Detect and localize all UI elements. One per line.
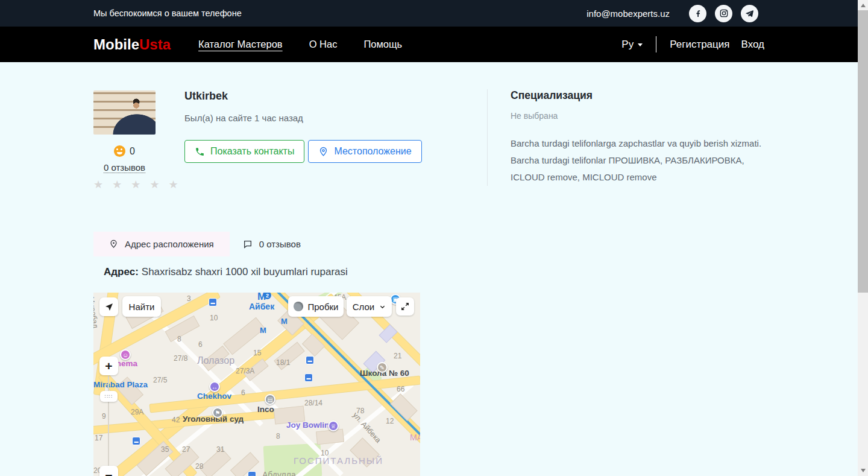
house-number: 31 bbox=[216, 445, 224, 454]
phone-icon bbox=[195, 147, 205, 157]
instagram-icon[interactable] bbox=[715, 5, 732, 22]
traffic-toggle-button[interactable]: Пробки bbox=[288, 296, 344, 317]
road-sign-icon: ▬ bbox=[132, 437, 140, 445]
specialization-panel: Специализация Не выбрана Barcha turdagi … bbox=[487, 89, 825, 186]
address-value: Shaxrisabz shaxri 1000 xil buyumlari rup… bbox=[142, 266, 348, 278]
language-selector[interactable]: Ру bbox=[621, 39, 643, 51]
road-sign-icon: ▬ bbox=[248, 471, 256, 476]
address-line: Адрес:Shaxrisabz shaxri 1000 xil buyumla… bbox=[104, 266, 348, 278]
house-number: 17 bbox=[95, 434, 102, 442]
chevron-down-icon bbox=[638, 43, 643, 46]
chevron-down-icon bbox=[379, 303, 386, 310]
specialization-title: Специализация bbox=[511, 89, 825, 102]
house-number: 42 bbox=[172, 416, 180, 424]
cinema-icon[interactable]: ☺ bbox=[120, 349, 131, 360]
zoom-out-button[interactable]: − bbox=[99, 466, 118, 476]
show-contacts-button[interactable]: Показать контакты bbox=[184, 140, 304, 163]
profile-name: Utkirbek bbox=[184, 90, 303, 103]
map-area-label: Абдулла bbox=[262, 470, 296, 476]
fullscreen-button[interactable] bbox=[396, 297, 414, 316]
house-number: 18/1 bbox=[276, 358, 290, 367]
house-number: 6 bbox=[198, 340, 203, 349]
house-number: 3 bbox=[187, 294, 191, 303]
menu-item-help[interactable]: Помощь bbox=[363, 39, 402, 50]
contact-email[interactable]: info@mobexperts.uz bbox=[587, 8, 670, 19]
zoom-slider-track[interactable] bbox=[108, 376, 109, 468]
school-icon[interactable]: ✎ bbox=[377, 362, 388, 373]
top-info-bar: Мы беспокоимся о вашем телефоне info@mob… bbox=[0, 0, 868, 27]
nav-divider bbox=[656, 36, 656, 52]
fitness-icon[interactable]: ↔ bbox=[209, 381, 220, 392]
house-number: 10 bbox=[210, 314, 218, 322]
tab-reviews[interactable]: 0 отзывов bbox=[237, 232, 307, 256]
road-sign-icon: ▬ bbox=[306, 356, 314, 364]
facebook-icon[interactable] bbox=[689, 5, 706, 22]
scroll-down-arrow[interactable] bbox=[861, 469, 866, 472]
rating-block: 0 0 отзывов ★ ★ ★ ★ ★ bbox=[93, 145, 156, 191]
main-navbar: MobileUsta Каталог Мастеров О Нас Помощь… bbox=[0, 27, 868, 62]
location-button[interactable]: Местоположение bbox=[308, 140, 421, 163]
layers-dropdown-button[interactable]: Слои bbox=[347, 296, 392, 317]
star-rating: ★ ★ ★ ★ ★ bbox=[93, 178, 156, 191]
metro-station-aybek[interactable]: М 2 Айбек bbox=[249, 293, 274, 311]
menu-item-catalog[interactable]: Каталог Мастеров bbox=[198, 39, 283, 50]
scrollbar-thumb[interactable] bbox=[858, 10, 868, 293]
site-tagline: Мы беспокоимся о вашем телефоне bbox=[93, 8, 242, 18]
login-link[interactable]: Вход bbox=[741, 39, 764, 51]
map-street-label: Миробад bbox=[93, 296, 99, 329]
poi-label-inco[interactable]: Inco bbox=[257, 405, 274, 414]
house-number: 9 bbox=[102, 412, 106, 420]
telegram-icon[interactable] bbox=[741, 5, 758, 22]
page-scrollbar[interactable] bbox=[858, 0, 868, 476]
house-number: 6 bbox=[241, 389, 245, 397]
site-logo[interactable]: MobileUsta bbox=[93, 36, 171, 53]
expand-icon bbox=[401, 302, 409, 311]
map-area-label: МА bbox=[410, 433, 420, 442]
geolocation-button[interactable] bbox=[99, 297, 118, 316]
house-number: 29А bbox=[131, 408, 143, 416]
business-icon[interactable]: ▤ bbox=[265, 394, 275, 405]
metro-icon: М bbox=[260, 326, 266, 335]
menu-item-about[interactable]: О Нас bbox=[309, 39, 338, 50]
house-number: 35 bbox=[161, 445, 169, 454]
house-number: 28/14 bbox=[304, 399, 322, 407]
house-number: 28 bbox=[195, 462, 203, 471]
tab-address[interactable]: Адрес расположения bbox=[93, 232, 230, 256]
register-link[interactable]: Регистрация bbox=[670, 39, 729, 51]
house-number: 21 bbox=[394, 352, 401, 360]
house-number: 27 bbox=[182, 445, 190, 454]
rating-value: 0 bbox=[130, 146, 135, 157]
map-search-button[interactable]: Найти bbox=[122, 296, 161, 317]
map[interactable]: 345А10861527/827/527/3А18/1628/142166782… bbox=[93, 293, 420, 476]
profile-tabs: Адрес расположения 0 отзывов bbox=[93, 232, 307, 256]
zoom-in-button[interactable]: + bbox=[99, 357, 118, 375]
road-sign-icon: ▬ bbox=[304, 373, 313, 382]
specialization-description: Barcha turdagi telifonlarga zapchastlar … bbox=[511, 135, 825, 186]
zoom-slider-handle[interactable]: ∷∷ bbox=[100, 391, 118, 402]
metro-station-name: Айбек bbox=[249, 302, 274, 311]
house-number: 66 bbox=[397, 385, 404, 393]
bowling-icon[interactable]: ♕ bbox=[328, 420, 339, 431]
court-icon[interactable]: ⚑ bbox=[212, 407, 223, 418]
poi-label-bowling[interactable]: Joy Bowling bbox=[286, 420, 335, 430]
house-number: 27/3А bbox=[236, 367, 254, 375]
main-menu: Каталог Мастеров О Нас Помощь bbox=[198, 39, 402, 50]
last-seen-text: Был(а) на сайте 1 час назад bbox=[184, 113, 303, 123]
profile-header: Utkirbek Был(а) на сайте 1 час назад bbox=[184, 90, 303, 123]
house-number: 27/8 bbox=[174, 354, 187, 363]
house-number: 27/5 bbox=[153, 376, 167, 384]
house-number: 8 bbox=[177, 335, 181, 343]
location-pin-icon bbox=[318, 147, 329, 157]
address-label: Адрес: bbox=[104, 266, 139, 278]
house-number: 8 bbox=[276, 432, 280, 440]
reviews-count-link[interactable]: 0 отзывов bbox=[104, 162, 145, 173]
chat-icon bbox=[243, 240, 253, 249]
avatar bbox=[93, 90, 156, 135]
house-number: 15 bbox=[253, 349, 261, 357]
poi-label-chekhov[interactable]: Chekhov bbox=[197, 392, 231, 401]
map-area-label: Лолазор bbox=[197, 355, 234, 366]
scroll-up-arrow[interactable] bbox=[861, 4, 866, 7]
house-number: 12 bbox=[386, 417, 394, 425]
specialization-status: Не выбрана bbox=[511, 111, 825, 121]
poi-label-mirabad-plaza[interactable]: Mirabad Plaza bbox=[93, 380, 148, 389]
